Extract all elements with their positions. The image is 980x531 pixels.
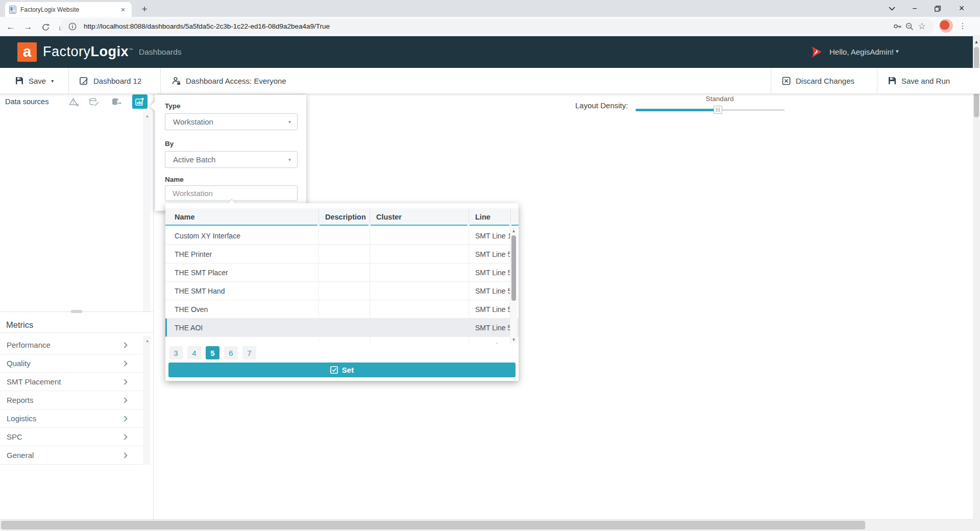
- cell-line: SMT Line 5: [475, 337, 512, 344]
- cell-line: SMT Line 5: [475, 263, 512, 282]
- metric-item-smt-placement[interactable]: SMT Placement: [0, 373, 143, 391]
- address-bar[interactable]: http://localhost:8088/dashboards/5a5fda5…: [60, 19, 934, 34]
- metric-item-quality[interactable]: Quality: [0, 354, 143, 373]
- table-row[interactable]: THE Oven SMT Line 5: [165, 300, 519, 319]
- by-select[interactable]: Active Batch ▾: [165, 151, 298, 168]
- table-header: Name Description Cluster Line: [165, 208, 519, 226]
- table-row[interactable]: THE Printer SMT Line 5: [165, 245, 519, 263]
- datasources-scrollbar[interactable]: ▲: [143, 111, 151, 311]
- header-divider: [510, 208, 511, 226]
- dashboard-access-button[interactable]: Dashboard Access: Everyone: [172, 68, 286, 93]
- window-menu-chevron-icon[interactable]: [880, 0, 903, 17]
- page-button-6[interactable]: 6: [224, 346, 238, 359]
- select-caret-icon: ▾: [288, 157, 291, 162]
- datasource-config-popup: Type Workstation ▾ By Active Batch ▾ Nam…: [155, 95, 306, 211]
- delete-datasource-button[interactable]: [66, 95, 82, 109]
- table-row[interactable]: THE SMT Placer SMT Line 5: [165, 263, 519, 282]
- save-and-run-button[interactable]: Save and Run: [888, 68, 950, 93]
- scrollbar-corner: [973, 519, 980, 531]
- table-row-selected[interactable]: THE AOI SMT Line 5: [165, 319, 519, 337]
- page-info-icon[interactable]: [66, 22, 79, 31]
- set-button[interactable]: Set: [168, 363, 516, 377]
- browser-window: FactoryLogix Website × + − × ← → ⌂ http:…: [0, 0, 980, 531]
- back-button[interactable]: ←: [4, 20, 17, 34]
- type-select[interactable]: Workstation ▾: [165, 113, 298, 130]
- export-datasource-button[interactable]: [109, 95, 124, 109]
- left-panel-border: [153, 94, 154, 519]
- cell-name: THE SMT Placer: [175, 263, 312, 282]
- scroll-up-icon[interactable]: ▲: [144, 111, 151, 118]
- header-accent-line: [511, 225, 519, 226]
- metric-item-performance[interactable]: Performance: [0, 336, 143, 354]
- edit-datasource-button[interactable]: [86, 95, 102, 109]
- save-button[interactable]: Save ▾: [15, 68, 54, 93]
- density-slider-handle[interactable]: [714, 106, 722, 114]
- add-chart-datasource-button[interactable]: [132, 94, 148, 109]
- metric-item-logistics[interactable]: Logistics: [0, 409, 143, 428]
- cell-line: SMT Line 1: [475, 227, 512, 245]
- horizontal-scrollbar-thumb[interactable]: [1, 521, 865, 529]
- column-header-description[interactable]: Description: [325, 208, 366, 226]
- scrollbar-thumb[interactable]: [511, 235, 516, 301]
- table-scrollbar[interactable]: ▲ ▼: [510, 227, 517, 344]
- window-minimize-button[interactable]: −: [903, 0, 926, 17]
- metric-item-general[interactable]: General: [0, 446, 143, 465]
- bookmark-star-icon[interactable]: ☆: [916, 21, 928, 32]
- dashboard-access-label: Dashboard Access: Everyone: [186, 77, 286, 85]
- chevron-right-icon: [124, 434, 128, 440]
- brand-first: Factory: [43, 44, 91, 59]
- window-close-button[interactable]: ×: [950, 0, 973, 17]
- set-button-label: Set: [342, 366, 354, 374]
- type-label: Type: [165, 102, 181, 110]
- scroll-up-icon[interactable]: ▲: [144, 336, 151, 343]
- scroll-up-icon[interactable]: ▲: [510, 227, 517, 233]
- metric-label: Logistics: [7, 414, 124, 423]
- page-button-3[interactable]: 3: [169, 346, 183, 359]
- browser-profile-avatar[interactable]: [939, 19, 953, 33]
- cell-line: SMT Line 5: [475, 300, 512, 319]
- column-header-name[interactable]: Name: [175, 208, 195, 226]
- density-slider-track-filled[interactable]: [635, 109, 717, 111]
- save-caret-icon[interactable]: ▾: [51, 78, 54, 84]
- forward-button[interactable]: →: [21, 20, 35, 34]
- density-slider-track[interactable]: [717, 109, 785, 111]
- browser-tab[interactable]: FactoryLogix Website ×: [5, 2, 132, 17]
- table-row[interactable]: THE SMT Hand SMT Line 5: [165, 282, 519, 300]
- cell-name: THE Printer: [175, 245, 312, 263]
- user-menu-caret-icon[interactable]: ▾: [896, 48, 899, 55]
- metric-item-reports[interactable]: Reports: [0, 391, 143, 409]
- url-text[interactable]: http://localhost:8088/dashboards/5a5fda5…: [84, 22, 891, 30]
- browser-menu-icon[interactable]: ⋮: [957, 19, 969, 33]
- metrics-scrollbar[interactable]: ▲: [143, 336, 151, 465]
- column-divider: [370, 227, 370, 344]
- nav-item-dashboards[interactable]: Dashboards: [139, 47, 182, 57]
- reload-button[interactable]: [39, 20, 52, 34]
- page-button-5-active[interactable]: 5: [206, 346, 219, 359]
- tab-title: FactoryLogix Website: [20, 6, 118, 13]
- metric-label: Performance: [7, 341, 124, 349]
- scroll-down-icon[interactable]: ▼: [510, 337, 517, 342]
- factorylogix-logo-icon: a: [17, 42, 37, 62]
- dashboard-name-button[interactable]: Dashboard 12: [80, 68, 141, 93]
- scroll-up-icon[interactable]: ▲: [973, 36, 980, 44]
- table-row[interactable]: Custom XY Interface SMT Line 1: [165, 227, 519, 245]
- page-button-4[interactable]: 4: [187, 346, 201, 359]
- tab-close-icon[interactable]: ×: [118, 5, 128, 14]
- person-lock-icon: [172, 77, 181, 85]
- column-header-cluster[interactable]: Cluster: [376, 208, 402, 226]
- password-key-icon[interactable]: [891, 22, 903, 31]
- table-body: Custom XY Interface SMT Line 1 THE Print…: [165, 227, 519, 344]
- checkbox-check-icon: [330, 366, 338, 374]
- panel-splitter-handle[interactable]: [71, 310, 82, 313]
- column-header-line[interactable]: Line: [475, 208, 491, 226]
- metric-item-spc[interactable]: SPC: [0, 428, 143, 446]
- page-button-7[interactable]: 7: [242, 346, 256, 359]
- cell-name: Custom XY Interface: [175, 227, 312, 245]
- user-greeting[interactable]: Hello, AegisAdmin!: [829, 47, 894, 56]
- chevron-right-icon: [124, 452, 128, 458]
- table-row-partial[interactable]: THE SPI SMT Line 5: [165, 337, 519, 344]
- discard-changes-button[interactable]: Discard Changes: [782, 68, 854, 93]
- new-tab-button[interactable]: +: [138, 3, 151, 15]
- zoom-icon[interactable]: [903, 22, 916, 31]
- window-restore-button[interactable]: [926, 0, 949, 17]
